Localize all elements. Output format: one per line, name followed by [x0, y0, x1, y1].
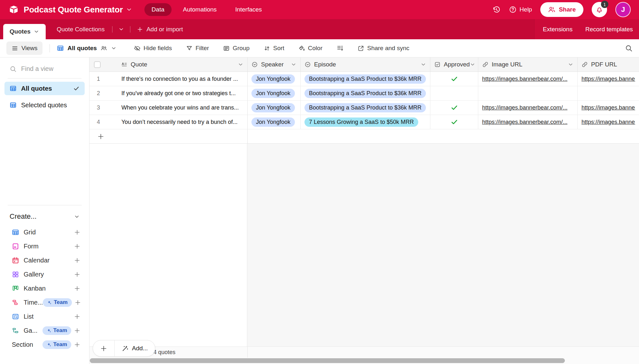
episode-cell[interactable]: Bootstrapping a SaaS Product to $36k MRR	[301, 101, 430, 115]
nav-tab-automations[interactable]: Automations	[176, 3, 224, 16]
hide-fields-button[interactable]: Hide fields	[129, 42, 176, 54]
plus-icon[interactable]	[74, 285, 81, 292]
plus-icon[interactable]	[74, 257, 81, 264]
sidebar-view-all-quotes[interactable]: All quotes	[4, 82, 85, 95]
approved-cell[interactable]	[430, 72, 478, 86]
table-row[interactable]: 1 If there's no connection to you as a f…	[89, 72, 639, 86]
help-button[interactable]: Help	[509, 6, 532, 13]
create-item-timeline[interactable]: Time... Team	[12, 295, 81, 309]
plus-icon[interactable]	[74, 271, 81, 278]
create-item-gallery[interactable]: Gallery	[12, 267, 81, 281]
create-item-gantt[interactable]: Ga... Team	[12, 323, 81, 337]
image-url-cell[interactable]: https://images.bannerbear.com/...	[478, 115, 578, 129]
plus-icon[interactable]	[74, 327, 81, 334]
add-row[interactable]	[89, 129, 639, 144]
tab-quote-collections[interactable]: Quote Collections	[52, 26, 109, 33]
horizontal-scrollbar[interactable]	[89, 358, 639, 364]
plus-icon[interactable]	[74, 341, 81, 348]
pdf-url-link[interactable]: https://images.bannerbear.com/...	[581, 76, 635, 82]
table-row[interactable]: 2 If you've already got one or two strat…	[89, 86, 639, 101]
create-item-list[interactable]: List	[12, 309, 81, 323]
plus-icon[interactable]	[74, 229, 81, 236]
share-button[interactable]: Share	[540, 2, 583, 17]
select-all-checkbox[interactable]	[94, 61, 101, 68]
quote-cell[interactable]: 3 When you celebrate your wins and are t…	[89, 101, 248, 115]
chevron-down-icon[interactable]	[291, 62, 296, 67]
create-item-kanban[interactable]: Kanban	[12, 281, 81, 295]
current-view-switcher[interactable]: All quotes	[57, 45, 117, 52]
episode-cell[interactable]: Bootstrapping a SaaS Product to $36k MRR	[301, 72, 430, 86]
pdf-url-cell[interactable]	[578, 86, 639, 100]
chevron-down-icon[interactable]	[34, 29, 39, 34]
pdf-url-cell[interactable]: https://images.bannerbear.com/...	[578, 72, 639, 86]
pdf-url-cell[interactable]: https://images.bannerbear.com/...	[578, 115, 639, 129]
base-title[interactable]: Podcast Quote Generator	[24, 5, 123, 15]
tables-dropdown-icon[interactable]	[118, 26, 124, 32]
quote-cell[interactable]: 1 If there's no connection to you as a f…	[89, 72, 248, 86]
scrollbar-thumb[interactable]	[90, 358, 565, 363]
table-row[interactable]: 3 When you celebrate your wins and are t…	[89, 101, 639, 115]
speaker-cell[interactable]: Jon Yongfook	[248, 101, 301, 115]
sort-button[interactable]: Sort	[259, 42, 289, 54]
episode-cell[interactable]: Bootstrapping a SaaS Product to $36k MRR	[301, 86, 430, 100]
create-header[interactable]: Create...	[10, 212, 80, 221]
add-with-ai-button[interactable]: Add...	[115, 340, 155, 356]
chevron-down-icon[interactable]	[238, 62, 243, 67]
add-record-button[interactable]	[93, 340, 115, 356]
plus-icon[interactable]	[74, 299, 81, 306]
chevron-down-icon[interactable]	[420, 62, 426, 67]
column-header-approved[interactable]: Approved	[430, 57, 478, 72]
image-url-cell[interactable]: https://images.bannerbear.com/...	[478, 101, 578, 115]
speaker-cell[interactable]: Jon Yongfook	[248, 115, 301, 129]
image-url-link[interactable]: https://images.bannerbear.com/...	[482, 119, 567, 125]
column-header-speaker[interactable]: Speaker	[248, 57, 301, 72]
quote-cell[interactable]: 4 You don’t necessarily need to try a bu…	[89, 115, 248, 129]
search-icon[interactable]	[625, 44, 633, 52]
group-button[interactable]: Group	[219, 42, 254, 54]
column-header-episode[interactable]: Episode	[301, 57, 430, 72]
create-item-calendar[interactable]: Calendar	[12, 253, 81, 267]
speaker-cell[interactable]: Jon Yongfook	[248, 72, 301, 86]
create-item-grid[interactable]: Grid	[12, 225, 81, 239]
views-button[interactable]: Views	[6, 42, 42, 55]
column-header-quote[interactable]: Quote	[89, 57, 248, 72]
episode-cell[interactable]: 7 Lessons Growing a SaaS to $50k MRR	[301, 115, 430, 129]
color-button[interactable]: Color	[294, 42, 327, 54]
create-item-form[interactable]: Form	[12, 239, 81, 253]
column-header-pdf-url[interactable]: PDF URL	[578, 57, 639, 72]
pdf-url-link[interactable]: https://images.bannerbear.com/...	[581, 104, 635, 111]
sidebar-view-selected-quotes[interactable]: Selected quotes	[4, 98, 85, 112]
approved-cell[interactable]	[430, 86, 478, 100]
pdf-url-link[interactable]: https://images.bannerbear.com/...	[581, 119, 635, 125]
image-url-cell[interactable]	[478, 86, 578, 100]
plus-icon[interactable]	[74, 243, 81, 250]
quote-cell[interactable]: 2 If you've already got one or two strat…	[89, 86, 248, 100]
chevron-down-icon[interactable]	[470, 62, 475, 67]
history-icon[interactable]	[492, 5, 501, 14]
chevron-down-icon[interactable]	[111, 45, 117, 51]
create-item-section[interactable]: Section Team	[12, 337, 81, 352]
pdf-url-cell[interactable]: https://images.bannerbear.com/...	[578, 101, 639, 115]
chevron-down-icon[interactable]	[126, 6, 132, 13]
nav-tab-interfaces[interactable]: Interfaces	[228, 3, 269, 16]
image-url-link[interactable]: https://images.bannerbear.com/...	[482, 76, 567, 82]
chevron-down-icon[interactable]	[74, 214, 80, 220]
approved-cell[interactable]	[430, 101, 478, 115]
column-header-image-url[interactable]: Image URL	[478, 57, 578, 72]
image-url-link[interactable]: https://images.bannerbear.com/...	[482, 104, 567, 111]
add-or-import-button[interactable]: Add or import	[137, 26, 183, 33]
plus-icon[interactable]	[97, 133, 104, 140]
chevron-down-icon[interactable]	[568, 62, 574, 67]
nav-tab-data[interactable]: Data	[144, 3, 171, 16]
row-height-button[interactable]	[332, 42, 348, 54]
table-row[interactable]: 4 You don’t necessarily need to try a bu…	[89, 115, 639, 129]
tab-quotes[interactable]: Quotes	[3, 24, 46, 39]
share-and-sync-button[interactable]: Share and sync	[353, 42, 414, 54]
filter-button[interactable]: Filter	[181, 42, 213, 54]
approved-cell[interactable]	[430, 115, 478, 129]
avatar[interactable]: J	[615, 2, 631, 17]
record-templates-button[interactable]: Record templates	[585, 26, 633, 33]
extensions-button[interactable]: Extensions	[543, 26, 573, 33]
plus-icon[interactable]	[74, 313, 81, 320]
notifications-button[interactable]: 1	[592, 2, 607, 17]
